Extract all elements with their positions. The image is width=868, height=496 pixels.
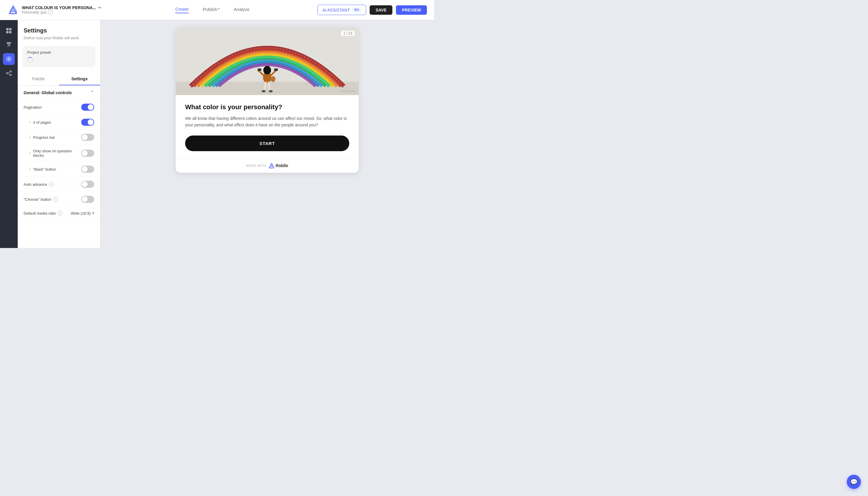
sidebar-settings-button[interactable] — [3, 53, 15, 65]
setting-label-question-blocks: ↳ Only show on question blocks — [28, 149, 81, 158]
preview-button[interactable]: PREVIEW — [396, 5, 427, 15]
setting-label-auto-advance: Auto advance i — [24, 182, 54, 187]
svg-rect-9 — [7, 44, 11, 44]
setting-label-media-ratio: Default media ratio i — [24, 211, 62, 216]
ai-assistant-button[interactable]: AI ASSISTANT ⌘K — [317, 5, 366, 15]
settings-header: Settings Define how your Riddle will wor… — [18, 20, 100, 43]
quiz-image-wrapper: 1 / 13 pexels.com — [176, 27, 359, 95]
nav-actions: AI ASSISTANT ⌘K SAVE PREVIEW — [317, 5, 427, 15]
indent-arrow-back: ↳ — [28, 167, 31, 171]
svg-point-32 — [262, 90, 266, 92]
sidebar-bookmark-button[interactable] — [3, 39, 15, 51]
svg-point-34 — [271, 76, 276, 82]
setting-row-pagination: Pagination — [18, 100, 100, 115]
quiz-title-area: WHAT COLOUR IS YOUR PERSONA... ✏ Persona… — [22, 5, 102, 15]
preset-label: Project preset — [27, 50, 91, 55]
preset-spinner — [27, 57, 91, 63]
svg-rect-4 — [9, 28, 12, 30]
tab-settings[interactable]: Settings — [59, 73, 100, 85]
media-ratio-info-icon[interactable]: i — [58, 211, 62, 216]
setting-row-question-blocks: ↳ Only show on question blocks — [18, 145, 100, 162]
svg-rect-10 — [7, 46, 10, 46]
svg-line-16 — [8, 74, 10, 75]
settings-tabs: Palette Settings — [18, 73, 100, 86]
setting-label-choose: "Choose" button i — [24, 197, 58, 202]
svg-point-11 — [8, 58, 10, 60]
setting-row-back: ↳ "Back" button — [18, 162, 100, 177]
settings-description: Define how your Riddle will work — [24, 36, 94, 40]
quiz-main-title: What color is your personality? — [185, 103, 349, 111]
ai-shortcut-badge: ⌘K — [352, 7, 361, 12]
quiz-info-icon[interactable]: i — [48, 10, 53, 15]
setting-label-back: ↳ "Back" button — [28, 167, 56, 172]
choose-info-icon[interactable]: i — [53, 197, 58, 202]
svg-line-31 — [269, 83, 270, 91]
svg-point-23 — [263, 66, 271, 74]
edit-title-icon[interactable]: ✏ — [98, 5, 102, 10]
quiz-description: We all know that having different colors… — [185, 115, 349, 128]
media-ratio-select[interactable]: Wide (16:9) ▾ — [71, 211, 94, 216]
quiz-content: What color is your personality? We all k… — [176, 95, 359, 158]
svg-line-15 — [8, 72, 10, 73]
toggle-back[interactable] — [81, 166, 94, 173]
sidebar-grid-button[interactable] — [3, 25, 15, 36]
auto-advance-info-icon[interactable]: i — [49, 182, 54, 187]
svg-point-13 — [6, 73, 8, 74]
nav-analyze[interactable]: Analyze — [234, 7, 249, 13]
svg-rect-29 — [274, 68, 278, 71]
toggle-auto-advance[interactable] — [81, 181, 94, 188]
icon-sidebar — [0, 20, 18, 248]
app-logo[interactable] — [7, 4, 19, 16]
indent-arrow-question-blocks: ↳ — [28, 151, 31, 155]
nav-publish[interactable]: Publish* — [203, 7, 220, 13]
indent-arrow-progress: ↳ — [28, 135, 31, 139]
start-button[interactable]: START — [185, 136, 349, 151]
setting-label-pagination: Pagination — [24, 105, 42, 110]
logo-area: WHAT COLOUR IS YOUR PERSONA... ✏ Persona… — [7, 4, 107, 16]
quiz-cover-image: 1 / 13 pexels.com — [176, 27, 359, 95]
toggle-choose[interactable] — [81, 196, 94, 203]
svg-rect-5 — [6, 31, 9, 33]
setting-row-pages: ↳ # of pages — [18, 115, 100, 130]
section-title: General: Global controls — [24, 90, 72, 95]
preset-box: Project preset — [22, 46, 95, 67]
section-chevron-icon: ⌃ — [90, 90, 94, 95]
nav-create[interactable]: Create — [175, 6, 189, 13]
sidebar-share-button[interactable] — [3, 67, 15, 79]
page-counter: 1 / 13 — [341, 31, 355, 36]
top-navigation: WHAT COLOUR IS YOUR PERSONA... ✏ Persona… — [0, 0, 434, 20]
quiz-subtitle: Personality quiz i — [22, 10, 102, 15]
settings-section-global: General: Global controls ⌃ Pagination ↳ … — [18, 86, 100, 220]
setting-label-progress: ↳ Progress bar — [28, 135, 55, 140]
quiz-card: 1 / 13 pexels.com What color is your per… — [176, 27, 359, 173]
setting-label-pages: ↳ # of pages — [28, 120, 51, 125]
toggle-pagination[interactable] — [81, 104, 94, 111]
setting-row-auto-advance: Auto advance i — [18, 177, 100, 192]
setting-row-media-ratio: Default media ratio i Wide (16:9) ▾ — [18, 207, 100, 220]
made-with-label: MADE WITH — [246, 164, 266, 167]
svg-line-30 — [264, 83, 266, 91]
toggle-question-blocks[interactable] — [81, 150, 94, 157]
setting-row-choose: "Choose" button i — [18, 192, 100, 207]
publish-asterisk: * — [218, 7, 220, 12]
toggle-pages[interactable] — [81, 119, 94, 126]
toggle-progress[interactable] — [81, 134, 94, 141]
svg-rect-6 — [9, 31, 12, 33]
indent-arrow-pages: ↳ — [28, 120, 31, 124]
svg-rect-3 — [6, 28, 9, 30]
riddle-logo: Riddle — [269, 163, 289, 169]
main-nav: Create Publish* Analyze — [113, 6, 311, 13]
quiz-title: WHAT COLOUR IS YOUR PERSONA... ✏ — [22, 5, 102, 10]
photo-credit: pexels.com — [341, 90, 356, 93]
tab-palette[interactable]: Palette — [18, 73, 59, 85]
svg-point-33 — [269, 90, 273, 92]
svg-rect-7 — [6, 42, 11, 43]
save-button[interactable]: SAVE — [370, 5, 392, 15]
preview-area: 1 / 13 pexels.com What color is your per… — [100, 20, 434, 248]
media-ratio-chevron-icon: ▾ — [92, 211, 94, 215]
svg-rect-8 — [8, 45, 10, 45]
section-header-global[interactable]: General: Global controls ⌃ — [18, 86, 100, 100]
settings-panel: Settings Define how your Riddle will wor… — [18, 20, 100, 248]
svg-rect-28 — [258, 68, 261, 71]
main-layout: Settings Define how your Riddle will wor… — [0, 20, 434, 248]
